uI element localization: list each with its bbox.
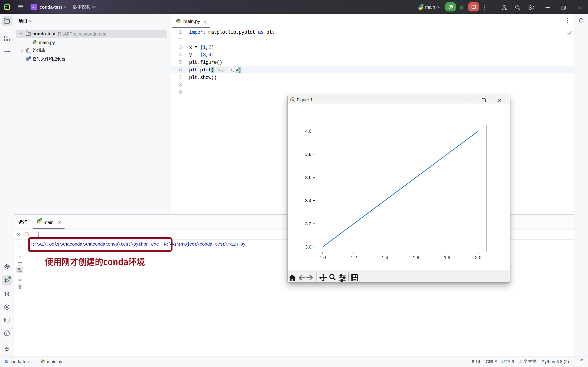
svg-text:3.4: 3.4 (305, 198, 311, 203)
svg-text:1.4: 1.4 (382, 255, 388, 260)
svg-text:3.0: 3.0 (305, 244, 311, 250)
svg-text:1.6: 1.6 (413, 255, 419, 260)
svg-text:3.8: 3.8 (305, 152, 311, 157)
svg-text:4.0: 4.0 (305, 129, 311, 133)
svg-text:1.0: 1.0 (319, 255, 326, 260)
svg-text:1.8: 1.8 (444, 255, 451, 260)
svg-text:2.0: 2.0 (475, 255, 481, 260)
svg-text:1.2: 1.2 (350, 255, 357, 260)
svg-text:3.6: 3.6 (305, 175, 311, 180)
svg-text:3.2: 3.2 (305, 221, 311, 226)
